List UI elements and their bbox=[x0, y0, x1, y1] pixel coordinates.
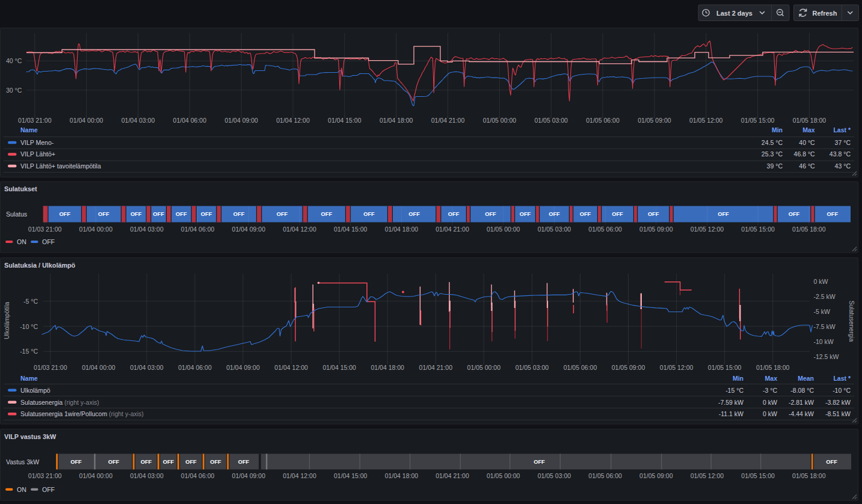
svg-text:01/05 15:00: 01/05 15:00 bbox=[741, 472, 775, 479]
svg-text:-7.5 kW: -7.5 kW bbox=[814, 323, 836, 330]
svg-text:OFF: OFF bbox=[718, 211, 729, 217]
svg-text:OFF: OFF bbox=[826, 459, 837, 465]
svg-text:01/04 03:00: 01/04 03:00 bbox=[122, 117, 155, 124]
svg-text:-15 °C: -15 °C bbox=[725, 387, 743, 394]
svg-text:46.8 °C: 46.8 °C bbox=[794, 150, 816, 158]
svg-text:01/04 09:00: 01/04 09:00 bbox=[232, 472, 266, 479]
svg-text:01/04 09:00: 01/04 09:00 bbox=[226, 364, 260, 371]
svg-text:01/04 18:00: 01/04 18:00 bbox=[385, 472, 419, 479]
svg-text:01/05 03:00: 01/05 03:00 bbox=[516, 364, 549, 371]
svg-text:OFF: OFF bbox=[827, 211, 839, 217]
svg-text:OFF: OFF bbox=[153, 211, 164, 217]
svg-text:ON: ON bbox=[17, 238, 26, 245]
svg-text:01/04 18:00: 01/04 18:00 bbox=[371, 364, 404, 371]
svg-text:01/04 21:00: 01/04 21:00 bbox=[436, 226, 469, 233]
svg-text:OFF: OFF bbox=[233, 211, 245, 217]
svg-text:01/05 00:00: 01/05 00:00 bbox=[487, 226, 520, 233]
svg-text:01/05 06:00: 01/05 06:00 bbox=[564, 364, 597, 371]
svg-text:OFF: OFF bbox=[108, 459, 120, 465]
svg-text:Ulkolämpötila: Ulkolämpötila bbox=[4, 302, 10, 339]
svg-text:-8.08 °C: -8.08 °C bbox=[790, 387, 814, 394]
svg-text:01/05 15:00: 01/05 15:00 bbox=[741, 226, 775, 233]
svg-text:OFF: OFF bbox=[363, 211, 375, 217]
svg-text:Sulatuksia / Ulkolämpö: Sulatuksia / Ulkolämpö bbox=[4, 262, 76, 269]
svg-text:01/05 12:00: 01/05 12:00 bbox=[689, 117, 723, 124]
svg-text:01/05 06:00: 01/05 06:00 bbox=[588, 472, 622, 479]
svg-text:01/05 03:00: 01/05 03:00 bbox=[534, 117, 568, 124]
svg-text:Max: Max bbox=[765, 375, 778, 382]
svg-text:01/05 18:00: 01/05 18:00 bbox=[756, 364, 790, 371]
svg-text:0 kW: 0 kW bbox=[763, 410, 777, 417]
svg-text:01/04 15:00: 01/04 15:00 bbox=[328, 117, 362, 124]
svg-text:01/04 00:00: 01/04 00:00 bbox=[79, 226, 113, 233]
svg-text:VILP vastus 3kW: VILP vastus 3kW bbox=[4, 433, 57, 440]
svg-text:0 kW: 0 kW bbox=[814, 278, 828, 285]
svg-text:OFF: OFF bbox=[549, 211, 560, 217]
svg-text:OFF: OFF bbox=[210, 459, 221, 465]
svg-text:01/05 09:00: 01/05 09:00 bbox=[612, 364, 645, 371]
svg-text:01/05 03:00: 01/05 03:00 bbox=[538, 226, 571, 233]
svg-text:46 °C: 46 °C bbox=[799, 162, 815, 170]
svg-text:OFF: OFF bbox=[201, 211, 212, 217]
svg-text:01/05 00:00: 01/05 00:00 bbox=[487, 472, 520, 479]
svg-text:-12.5 kW: -12.5 kW bbox=[814, 353, 839, 360]
svg-text:-8.51 kW: -8.51 kW bbox=[825, 410, 851, 417]
svg-text:30 °C: 30 °C bbox=[6, 87, 22, 94]
svg-text:-5 kW: -5 kW bbox=[814, 308, 831, 315]
svg-text:OFF: OFF bbox=[42, 486, 55, 493]
svg-text:OFF: OFF bbox=[185, 459, 197, 465]
svg-text:24.5 °C: 24.5 °C bbox=[762, 139, 783, 146]
svg-text:Sulatusenergia: Sulatusenergia bbox=[848, 301, 855, 342]
svg-text:Refresh: Refresh bbox=[813, 10, 837, 17]
svg-text:Ulkolämpö: Ulkolämpö bbox=[20, 387, 51, 394]
svg-text:OFF: OFF bbox=[520, 211, 531, 217]
svg-text:01/04 21:00: 01/04 21:00 bbox=[436, 472, 469, 479]
svg-text:01/04 18:00: 01/04 18:00 bbox=[380, 117, 413, 124]
svg-text:01/04 12:00: 01/04 12:00 bbox=[283, 472, 316, 479]
svg-text:OFF: OFF bbox=[176, 211, 187, 217]
svg-text:01/03 21:00: 01/03 21:00 bbox=[28, 472, 62, 479]
svg-text:01/04 15:00: 01/04 15:00 bbox=[334, 226, 368, 233]
svg-text:01/03 21:00: 01/03 21:00 bbox=[28, 226, 62, 233]
svg-text:OFF: OFF bbox=[321, 211, 333, 217]
svg-text:-5 °C: -5 °C bbox=[23, 298, 38, 305]
svg-text:OFF: OFF bbox=[534, 459, 545, 465]
svg-text:43.8 °C: 43.8 °C bbox=[830, 150, 851, 158]
svg-text:OFF: OFF bbox=[485, 211, 496, 217]
svg-text:OFF: OFF bbox=[141, 459, 152, 465]
svg-text:-4.44 kW: -4.44 kW bbox=[789, 410, 814, 417]
svg-text:0 kW: 0 kW bbox=[763, 399, 777, 406]
svg-text:VILP Lähtö+ tavoitelämpötila: VILP Lähtö+ tavoitelämpötila bbox=[20, 162, 101, 170]
svg-text:40 °C: 40 °C bbox=[6, 57, 22, 64]
svg-text:-3.82 kW: -3.82 kW bbox=[825, 399, 851, 406]
svg-text:Name: Name bbox=[20, 375, 38, 382]
svg-text:01/05 12:00: 01/05 12:00 bbox=[691, 472, 724, 479]
svg-text:01/04 00:00: 01/04 00:00 bbox=[82, 364, 115, 371]
svg-text:39 °C: 39 °C bbox=[767, 162, 783, 170]
svg-text:-2.81 kW: -2.81 kW bbox=[789, 399, 814, 406]
svg-text:01/04 06:00: 01/04 06:00 bbox=[173, 117, 207, 124]
svg-text:VILP Meno-: VILP Meno- bbox=[20, 139, 54, 146]
svg-text:-10 °C: -10 °C bbox=[833, 387, 851, 394]
svg-text:01/05 00:00: 01/05 00:00 bbox=[467, 364, 501, 371]
svg-text:OFF: OFF bbox=[580, 211, 591, 217]
svg-text:OFF: OFF bbox=[70, 459, 82, 465]
svg-text:Sulatus: Sulatus bbox=[6, 211, 27, 218]
svg-text:01/05 06:00: 01/05 06:00 bbox=[586, 117, 620, 124]
svg-text:01/05 09:00: 01/05 09:00 bbox=[638, 117, 671, 124]
svg-text:01/04 00:00: 01/04 00:00 bbox=[79, 472, 113, 479]
svg-text:25.3 °C: 25.3 °C bbox=[762, 150, 783, 158]
svg-text:Vastus 3kW: Vastus 3kW bbox=[6, 458, 39, 466]
svg-text:-2.5 kW: -2.5 kW bbox=[814, 293, 836, 300]
svg-text:01/05 06:00: 01/05 06:00 bbox=[588, 226, 622, 233]
svg-text:OFF: OFF bbox=[789, 211, 800, 217]
svg-text:01/05 12:00: 01/05 12:00 bbox=[691, 226, 724, 233]
svg-text:01/04 12:00: 01/04 12:00 bbox=[276, 117, 310, 124]
svg-text:Max: Max bbox=[802, 126, 815, 134]
svg-text:-11.1 kW: -11.1 kW bbox=[719, 410, 743, 417]
svg-text:OFF: OFF bbox=[98, 211, 109, 217]
svg-text:01/04 03:00: 01/04 03:00 bbox=[130, 472, 164, 479]
svg-text:01/05 18:00: 01/05 18:00 bbox=[792, 472, 826, 479]
svg-text:01/05 03:00: 01/05 03:00 bbox=[538, 472, 571, 479]
svg-text:VILP Lähtö+: VILP Lähtö+ bbox=[20, 150, 55, 158]
